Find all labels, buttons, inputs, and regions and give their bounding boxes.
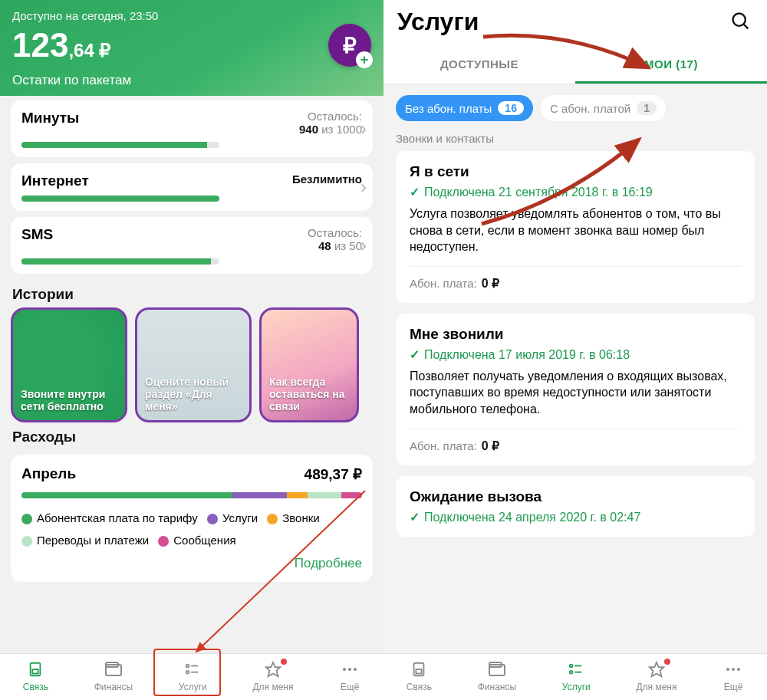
service-card[interactable]: Ожидание вызова Подключена 24 апреля 202… — [396, 476, 755, 537]
pack-minutes[interactable]: Минуты Осталось:940 из 1000 › — [11, 100, 373, 157]
notification-dot-icon — [281, 659, 287, 665]
tab-connection[interactable]: Связь — [23, 660, 48, 692]
packs-header: Остатки по пакетам — [12, 73, 371, 88]
phone-services: Услуги ДОСТУПНЫЕ МОИ (17) Без абон. плат… — [384, 0, 767, 700]
svg-point-25 — [737, 668, 740, 671]
phone-home: Доступно на сегодня, 23:50 123,64 ₽ ₽ + … — [0, 0, 384, 700]
service-card[interactable]: Я в сети Подключена 21 сентября 2018 г. … — [396, 151, 755, 303]
balance-amount[interactable]: 123,64 ₽ — [12, 26, 110, 64]
chevron-right-icon: › — [360, 118, 367, 140]
expenses-total: 489,37 ₽ — [304, 465, 362, 483]
pack-sms[interactable]: SMS Осталось:48 из 50 › — [11, 217, 373, 274]
tab-mine[interactable]: МОИ (17) — [575, 47, 767, 84]
svg-line-13 — [744, 24, 749, 28]
chevron-right-icon: › — [360, 176, 367, 198]
plus-icon: + — [356, 51, 373, 68]
svg-point-23 — [726, 668, 729, 671]
tab-forme[interactable]: Для меня — [636, 660, 676, 692]
tab-connection[interactable]: Связь — [407, 660, 432, 692]
tab-finance[interactable]: Финансы — [478, 660, 516, 692]
expenses-header: Расходы — [0, 422, 384, 450]
svg-point-20 — [570, 671, 573, 674]
expenses-card[interactable]: Апрель 489,37 ₽ Абонентская плата по тар… — [11, 455, 373, 582]
connected-status: Подключена 21 сентября 2018 г. в 16:19 — [410, 185, 741, 199]
dots-icon — [339, 660, 360, 679]
notification-dot-icon — [664, 659, 670, 665]
connected-status: Подключена 17 июля 2019 г. в 06:18 — [410, 347, 741, 362]
story-card[interactable]: Как всегда оставаться на связи — [259, 307, 359, 422]
svg-point-11 — [354, 668, 357, 671]
svg-point-6 — [186, 671, 189, 674]
stories-header: Истории — [0, 280, 384, 307]
chip-with-fee[interactable]: С абон. платой 1 — [541, 95, 666, 121]
svg-point-24 — [732, 668, 735, 671]
expenses-legend: Абонентская плата по тарифу Услуги Звонк… — [21, 508, 362, 551]
tabbar: Связь Финансы Услуги Для меня Ещё — [0, 653, 384, 700]
dots-icon — [723, 660, 744, 679]
balance-header: Доступно на сегодня, 23:50 123,64 ₽ ₽ + … — [0, 0, 384, 96]
wallet-icon — [103, 660, 124, 679]
tabbar: Связь Финансы Услуги Для меня Ещё — [384, 653, 767, 700]
sim-icon — [408, 660, 430, 679]
topup-button[interactable]: ₽ + — [328, 24, 371, 67]
ruble-icon: ₽ — [343, 33, 357, 58]
sliders-icon — [182, 660, 203, 679]
connected-status: Подключена 24 апреля 2020 г. в 02:47 — [410, 510, 741, 524]
svg-marker-8 — [266, 662, 280, 676]
group-label: Звонки и контакты — [384, 132, 767, 151]
tab-available[interactable]: ДОСТУПНЫЕ — [384, 47, 575, 84]
svg-point-10 — [348, 668, 351, 671]
chip-no-fee[interactable]: Без абон. платы 16 — [396, 95, 533, 121]
story-card[interactable]: Оцените новый раздел «Для меня» — [135, 307, 252, 422]
story-card[interactable]: Звоните внутри сети бесплатно — [11, 307, 127, 422]
wallet-icon — [486, 660, 508, 679]
svg-point-4 — [186, 665, 189, 668]
sim-icon — [25, 660, 46, 679]
chevron-right-icon: › — [360, 235, 367, 256]
expenses-more-link[interactable]: Подробнее — [21, 556, 362, 571]
pack-internet[interactable]: Интернет Безлимитно › — [11, 163, 373, 211]
page-title: Услуги — [397, 8, 479, 36]
expenses-bar — [21, 492, 362, 498]
available-label: Доступно на сегодня, 23:50 — [12, 9, 371, 22]
svg-point-12 — [733, 13, 746, 25]
tab-services[interactable]: Услуги — [562, 660, 591, 692]
svg-point-9 — [343, 668, 346, 671]
sliders-icon — [565, 660, 587, 679]
expenses-month: Апрель — [21, 465, 76, 483]
tab-more[interactable]: Ещё — [723, 660, 744, 692]
svg-rect-1 — [33, 669, 38, 674]
svg-point-18 — [570, 665, 573, 668]
search-button[interactable] — [730, 11, 753, 34]
svg-rect-15 — [416, 669, 422, 674]
service-card[interactable]: Мне звонили Подключена 17 июля 2019 г. в… — [396, 314, 755, 465]
svg-marker-22 — [650, 662, 663, 676]
search-icon — [730, 11, 752, 32]
tab-forme[interactable]: Для меня — [252, 660, 293, 692]
tab-more[interactable]: Ещё — [339, 660, 360, 692]
tab-finance[interactable]: Финансы — [94, 660, 133, 692]
tab-services[interactable]: Услуги — [179, 660, 207, 692]
